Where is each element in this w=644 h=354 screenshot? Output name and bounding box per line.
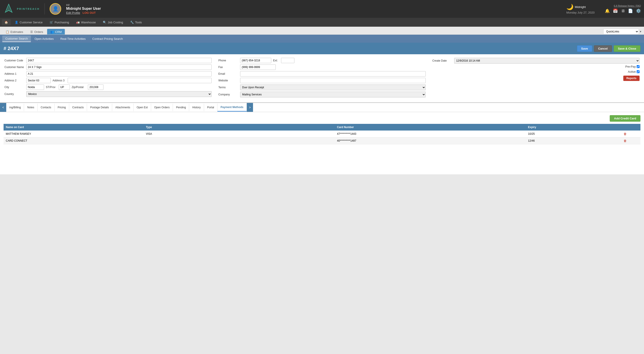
crm-nav-customer-search[interactable]: Customer Search (2, 35, 31, 42)
tab-scroll-left[interactable]: < (0, 103, 6, 112)
quicklinks-area: QuickLinks ▼ (603, 29, 642, 34)
phone-label: Phone (218, 59, 238, 62)
company-row: Company Mailing Services (218, 92, 426, 97)
tab-postage-details[interactable]: Postage Details (87, 104, 112, 111)
crm-nav-realtime-activities[interactable]: Real-Time Activities (57, 36, 89, 42)
tab-pricing[interactable]: Pricing (54, 104, 69, 111)
top-header: PRINTREACH 👤 Hi! Midnight Super User Edi… (0, 0, 644, 18)
col-header-action (621, 124, 640, 130)
tab-contacts[interactable]: Contacts (38, 104, 54, 111)
moon-icon: 🌙 (566, 3, 574, 10)
email-input[interactable] (240, 71, 426, 76)
quicklinks-dropdown-icon[interactable]: ▼ (639, 30, 642, 33)
tab-notes[interactable]: Notes (24, 104, 38, 111)
terms-select[interactable]: Due Upon Receipt (240, 84, 426, 90)
quicklinks-select[interactable]: QuickLinks (603, 29, 639, 34)
tab-attachments[interactable]: Attachments (112, 104, 134, 111)
nav-item-purchasing[interactable]: 🛒 Purchasing (46, 19, 72, 25)
payment-methods-content: Add Credit Card Name on Card Type Card N… (0, 112, 644, 174)
tab-payment-methods[interactable]: Payment Methods (218, 103, 247, 112)
customer-code-input[interactable] (26, 58, 212, 63)
calendar-icon[interactable]: 📅 (613, 8, 618, 13)
tab-contracts[interactable]: Contracts (69, 104, 87, 111)
card-name-2: CARD CONNECT (4, 137, 144, 144)
save-button[interactable]: Save (577, 45, 592, 52)
card-delete-2[interactable]: 🗑 (621, 137, 640, 144)
tools-nav-icon: 🔧 (130, 21, 134, 24)
delete-card-1-icon[interactable]: 🗑 (624, 132, 627, 136)
city-row: City ST/Prov Zip/Postal (4, 84, 212, 90)
nav-item-tools[interactable]: 🔧 Tools (127, 19, 145, 25)
bell-icon[interactable]: 🔔 (605, 8, 610, 13)
edit-profile-link[interactable]: Edit Profile (66, 11, 80, 14)
nav-item-warehouse[interactable]: 🚛 Warehouse (73, 19, 99, 25)
save-close-button[interactable]: Save & Close (614, 45, 640, 52)
card-expiry-1: 10/25 (526, 130, 621, 137)
card-delete-1[interactable]: 🗑 (621, 130, 640, 137)
main-nav: 🏠 👤 Customer Service 🛒 Purchasing 🚛 Ware… (0, 18, 644, 27)
tab-billing[interactable]: ing/Billing (6, 104, 24, 111)
tab-scroll-right[interactable]: > (247, 103, 253, 112)
website-input[interactable] (240, 78, 426, 83)
city-input[interactable] (26, 84, 44, 90)
home-nav-item[interactable]: 🏠 (2, 19, 11, 25)
prepay-label: Pre-Pay (625, 65, 636, 68)
crm-nav-contract-pricing[interactable]: Contract Pricing Search (89, 36, 126, 42)
tab-pending[interactable]: Pending (173, 104, 189, 111)
card-expiry-2: 12/46 (526, 137, 621, 144)
customer-name-label: Customer Name (4, 66, 24, 69)
logo-separator (44, 3, 45, 14)
tab-history[interactable]: History (189, 104, 204, 111)
stprov-input[interactable] (59, 84, 70, 90)
header-icons: 🔔 📅 🖥 📄 ⚙️ (605, 8, 641, 13)
country-row: Country Mexico (4, 91, 212, 97)
add-card-row: Add Credit Card (4, 115, 640, 122)
card-name-1: MATTHEW RAMSEY (4, 130, 144, 137)
card-number-1: 47**********1443 (335, 130, 526, 137)
delete-card-2-icon[interactable]: 🗑 (624, 139, 627, 143)
greeting: Hi! (66, 3, 101, 7)
file-icon[interactable]: 📄 (628, 8, 633, 13)
tab-portal[interactable]: Portal (204, 104, 218, 111)
add-credit-card-button[interactable]: Add Credit Card (610, 115, 640, 122)
phone-input[interactable] (240, 58, 271, 63)
company-select[interactable]: Mailing Services (240, 92, 426, 97)
monitor-icon[interactable]: 🖥 (621, 9, 625, 13)
tab-orders[interactable]: ☰ Orders (27, 29, 46, 34)
create-date-row: Create Date 12/9/2016 10:14 AM (432, 58, 640, 64)
prepay-checkbox[interactable] (637, 65, 640, 68)
customer-name-input[interactable] (26, 64, 212, 70)
stprov-label: ST/Prov (46, 86, 57, 89)
address2-row: Address 2 Address 3 (4, 78, 212, 83)
tab-estimates[interactable]: 📋 Estimates (2, 29, 26, 34)
crm-nav-open-activities[interactable]: Open Activities (32, 36, 57, 42)
address2-label: Address 2 (4, 79, 24, 82)
zip-input[interactable] (88, 84, 104, 90)
nav-item-customer-service[interactable]: 👤 Customer Service (12, 19, 46, 25)
reports-button[interactable]: Reports (623, 76, 640, 81)
address1-input[interactable] (26, 71, 212, 76)
email-label: Email (218, 72, 238, 75)
fax-input[interactable] (240, 64, 276, 70)
cancel-button[interactable]: Cancel (594, 45, 612, 52)
country-select[interactable]: Mexico (26, 91, 212, 97)
secondary-nav: 📋 Estimates ☰ Orders 👥 CRM QuickLinks ▼ (0, 27, 644, 35)
table-row: MATTHEW RAMSEY VISA 47**********1443 10/… (4, 130, 640, 137)
prepay-row: Pre-Pay (625, 65, 640, 68)
release-notes-link[interactable]: 6.8 Release Notes / FAQ (614, 4, 641, 7)
fax-label: Fax (218, 66, 238, 69)
address3-input[interactable] (68, 78, 212, 83)
ext-input[interactable] (281, 58, 294, 63)
nav-item-job-costing[interactable]: 🔍 Job Costing (100, 19, 126, 25)
logout-link[interactable]: LOG OUT (82, 11, 96, 14)
create-date-label: Create Date (432, 59, 452, 62)
create-date-select[interactable]: 12/9/2016 10:14 AM (454, 58, 640, 64)
tab-crm[interactable]: 👥 CRM (47, 29, 65, 34)
address2-input[interactable] (26, 78, 51, 83)
crm-icon: 👥 (50, 30, 54, 33)
tab-open-est[interactable]: Open Est (134, 104, 151, 111)
form-col-mid: Phone Ext: Fax Email Website Terms Due U (218, 58, 426, 99)
tab-open-orders[interactable]: Open Orders (151, 104, 173, 111)
settings-icon[interactable]: ⚙️ (636, 8, 641, 13)
active-checkbox[interactable] (637, 70, 640, 73)
